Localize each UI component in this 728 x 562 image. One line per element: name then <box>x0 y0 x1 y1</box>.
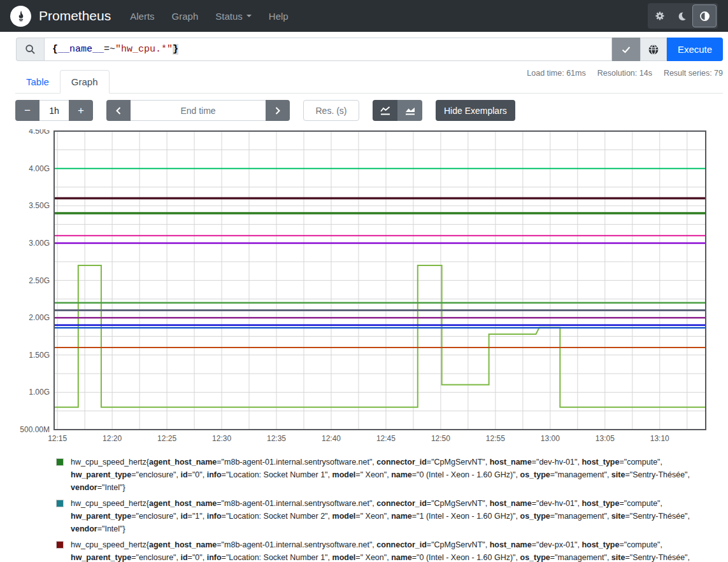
auto-contrast-icon[interactable] <box>692 4 717 27</box>
query-token-label: __name__ <box>58 44 104 55</box>
time-forward-chevron-icon[interactable] <box>266 100 290 121</box>
y-axis-tick-label: 500.00M <box>20 425 50 434</box>
search-icon <box>16 38 44 61</box>
x-axis-tick-label: 13:05 <box>596 434 615 443</box>
query-valid-check-icon[interactable] <box>612 38 640 61</box>
execute-button[interactable]: Execute <box>667 38 723 61</box>
query-token-brace: { <box>52 44 58 55</box>
nav-link-alerts[interactable]: Alerts <box>130 11 154 22</box>
legend-item[interactable]: hw_cpu_speed_hertz{agent_host_name="m8b-… <box>56 538 715 562</box>
legend-swatch-icon <box>56 541 64 549</box>
legend-series-label: hw_cpu_speed_hertz{agent_host_name="m8b-… <box>71 458 690 492</box>
query-token-string: "hw_cpu.*" <box>115 44 173 55</box>
query-expression-input[interactable]: {__name__=~"hw_cpu.*"} <box>44 38 612 61</box>
x-axis-tick-label: 12:40 <box>322 434 341 443</box>
query-stats: Load time: 61ms Resolution: 14s Result s… <box>527 69 723 78</box>
legend-item[interactable]: hw_cpu_speed_hertz{agent_host_name="m8b-… <box>56 497 715 535</box>
nav-link-status[interactable]: Status <box>215 11 252 22</box>
y-axis-tick-label: 3.50G <box>29 201 50 210</box>
y-axis-tick-label: 1.00G <box>29 388 50 397</box>
graph-controls: − + Hide Exemplars <box>15 100 713 121</box>
tab-graph[interactable]: Graph <box>60 70 110 94</box>
tab-table[interactable]: Table <box>15 71 60 93</box>
nav-link-help[interactable]: Help <box>269 11 289 22</box>
x-axis-tick-label: 12:20 <box>103 434 122 443</box>
hide-exemplars-button[interactable]: Hide Exemplars <box>436 100 515 121</box>
x-axis-tick-label: 12:55 <box>486 434 505 443</box>
x-axis-tick-label: 13:10 <box>650 434 669 443</box>
metrics-explorer-globe-icon[interactable] <box>640 38 667 61</box>
resolution: Resolution: 14s <box>597 69 652 78</box>
prometheus-brand[interactable]: Prometheus <box>10 6 111 27</box>
query-token-op: =~ <box>104 44 115 55</box>
y-axis-tick-label: 2.00G <box>29 313 50 322</box>
y-axis-tick-label: 1.50G <box>29 351 50 360</box>
x-axis-tick-label: 12:35 <box>267 434 286 443</box>
x-axis-tick-label: 12:45 <box>376 434 396 443</box>
time-back-chevron-icon[interactable] <box>106 100 131 121</box>
y-axis-tick-label: 2.50G <box>29 276 50 285</box>
legend-series-label: hw_cpu_speed_hertz{agent_host_name="m8b-… <box>71 499 690 533</box>
legend-swatch-icon <box>56 500 64 507</box>
query-token-brace-match: } <box>173 44 178 55</box>
chevron-down-icon <box>246 15 252 17</box>
y-axis-tick-label: 4.50G <box>29 129 50 136</box>
legend-series-label: hw_cpu_speed_hertz{agent_host_name="m8b-… <box>71 540 690 562</box>
x-axis-tick-label: 12:50 <box>431 434 450 443</box>
brand-title: Prometheus <box>39 8 111 24</box>
line-chart-icon[interactable] <box>373 100 397 121</box>
x-axis-tick-label: 12:30 <box>212 434 231 443</box>
x-axis-tick-label: 12:25 <box>157 434 176 443</box>
x-axis-tick-label: 12:15 <box>48 434 67 443</box>
nav-link-graph[interactable]: Graph <box>172 11 199 22</box>
chart-type-toggle <box>373 100 422 121</box>
end-time-input[interactable] <box>131 100 266 121</box>
load-time: Load time: 61ms <box>527 69 585 78</box>
nav-links: AlertsGraphStatusHelp <box>130 11 288 22</box>
theme-toggle-group <box>648 3 718 29</box>
y-axis-tick-label: 3.00G <box>29 239 50 248</box>
end-time-control <box>106 100 290 121</box>
settings-gear-icon[interactable] <box>649 6 671 25</box>
range-increase-button[interactable]: + <box>69 100 93 121</box>
query-bar: {__name__=~"hw_cpu.*"} Execute <box>16 38 723 61</box>
resolution-input[interactable] <box>303 100 359 121</box>
x-axis-tick-label: 13:00 <box>541 434 560 443</box>
range-decrease-button[interactable]: − <box>15 100 39 121</box>
range-input[interactable] <box>39 100 69 121</box>
legend-swatch-icon <box>56 458 64 466</box>
navbar: Prometheus AlertsGraphStatusHelp <box>0 0 728 32</box>
stacked-chart-icon[interactable] <box>397 100 422 121</box>
dark-mode-moon-icon[interactable] <box>671 6 692 25</box>
legend-item[interactable]: hw_cpu_speed_hertz{agent_host_name="m8b-… <box>56 456 715 494</box>
range-control: − + <box>15 100 93 121</box>
prometheus-logo-icon <box>10 6 31 27</box>
tab-bar: Table Graph Load time: 61ms Resolution: … <box>15 70 723 94</box>
y-axis-tick-label: 4.00G <box>29 164 50 173</box>
graph-canvas[interactable]: 4.50G4.00G3.50G3.00G2.50G2.00G1.50G1.00G… <box>0 129 728 446</box>
result-series: Result series: 79 <box>664 69 723 78</box>
series-legend: hw_cpu_speed_hertz{agent_host_name="m8b-… <box>56 456 715 562</box>
